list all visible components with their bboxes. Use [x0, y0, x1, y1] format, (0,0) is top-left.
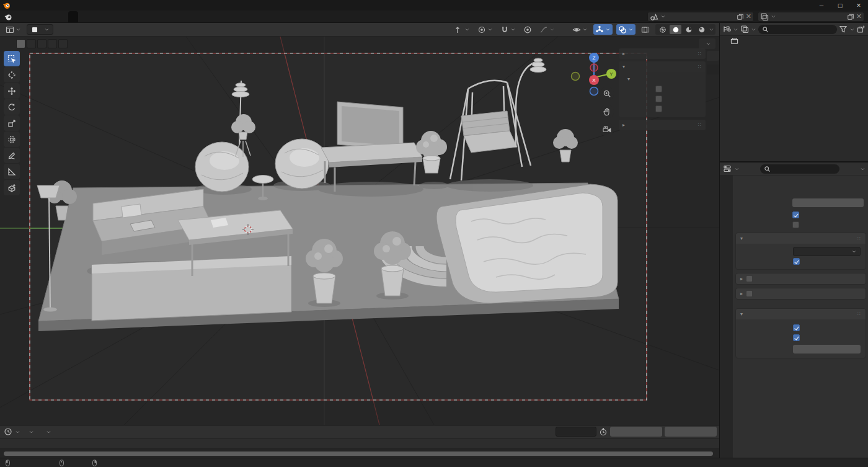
tab-tool[interactable] [707, 51, 719, 61]
falloff-button[interactable] [538, 24, 557, 35]
workspace-tab-rendering[interactable] [138, 11, 148, 22]
proportional-editing-button[interactable] [521, 24, 534, 35]
viewport-options-button[interactable] [699, 38, 715, 49]
workspace-tab-compositing[interactable] [148, 11, 157, 22]
rotate-tool[interactable] [4, 99, 20, 115]
mode-select[interactable] [27, 24, 53, 35]
select-mode-4[interactable] [58, 39, 68, 48]
shading-wireframe-button[interactable] [657, 25, 668, 34]
keying-menu[interactable] [40, 429, 55, 435]
workspace-tab-scripting[interactable] [167, 11, 177, 22]
panel-active-tool[interactable]: ▸∷ [619, 48, 706, 59]
note-checkbox[interactable] [746, 275, 753, 282]
compression-slider[interactable] [792, 198, 864, 207]
post-panel-header[interactable]: ▾∷ [736, 309, 866, 319]
shading-material-button[interactable] [683, 25, 694, 34]
cursor-tool[interactable] [4, 67, 20, 82]
workspace-tab-modeling[interactable] [78, 11, 88, 22]
compositing-checkbox[interactable] [793, 324, 800, 331]
close-button[interactable]: ✕ [849, 0, 868, 11]
meta-checkbox[interactable] [793, 258, 800, 265]
workspace-tab-layout[interactable] [68, 11, 78, 22]
timeline-track[interactable] [0, 448, 719, 458]
workspace-tab-shading[interactable] [118, 11, 128, 22]
snap-button[interactable] [498, 24, 518, 35]
dither-slider[interactable] [793, 345, 861, 354]
select-mode-3[interactable] [48, 39, 57, 48]
workspace-tab-texture-paint[interactable] [108, 11, 118, 22]
outliner-editor-icon[interactable] [722, 25, 731, 33]
burn-checkbox[interactable] [746, 290, 753, 297]
unlink-icon[interactable]: ✕ [746, 12, 751, 20]
xray-toggle-button[interactable] [639, 24, 652, 35]
add-workspace-button[interactable] [177, 11, 187, 22]
select-mode-2[interactable] [37, 39, 46, 48]
show-overlays-button[interactable] [616, 24, 636, 35]
annotate-tool[interactable] [4, 148, 20, 163]
subpanel-transform[interactable]: ▾ [619, 74, 706, 84]
select-mode-1[interactable] [27, 39, 36, 48]
affect-locations-checkbox[interactable] [655, 96, 662, 102]
properties-editor-icon[interactable] [723, 164, 732, 173]
end-frame-field[interactable] [665, 427, 717, 437]
timeline-editor-icon[interactable] [4, 427, 12, 436]
current-frame-field[interactable] [556, 427, 596, 437]
tab-view[interactable] [707, 64, 719, 74]
pan-hand-button[interactable] [600, 105, 614, 118]
shading-solid-button[interactable] [670, 25, 681, 34]
properties-search-input[interactable] [760, 164, 839, 174]
camera-view-button[interactable] [600, 123, 614, 136]
timeline-ruler[interactable] [0, 438, 719, 448]
maximize-button[interactable]: ▢ [831, 0, 849, 11]
overwrite-checkbox[interactable] [792, 211, 799, 218]
workspace-tab-sculpting[interactable] [88, 11, 98, 22]
transform-tool[interactable] [4, 131, 20, 147]
duplicate-icon[interactable] [847, 12, 854, 21]
outliner-row-коллекция-сцены[interactable] [720, 36, 868, 45]
note-panel-header[interactable]: ▸ [736, 274, 866, 284]
add-cube-tool[interactable] [4, 180, 20, 195]
viewport-toolbar [4, 51, 20, 195]
pivot-point-button[interactable] [476, 24, 495, 35]
scale-tool[interactable] [4, 115, 20, 131]
affect-origins-checkbox[interactable] [655, 86, 662, 92]
select-box-tool[interactable] [4, 51, 20, 66]
scene-selector[interactable]: ✕ [647, 12, 754, 22]
workspace-tab-geometry-nodes[interactable] [157, 11, 167, 22]
workspace-tab-uv-editing[interactable] [98, 11, 108, 22]
zoom-button[interactable] [600, 87, 614, 100]
duplicate-icon[interactable] [737, 12, 744, 21]
panel-workspace[interactable]: ▸∷ [619, 120, 706, 130]
measure-tool[interactable] [4, 164, 20, 179]
workspace-tab-animation[interactable] [128, 11, 138, 22]
start-frame-field[interactable] [610, 427, 662, 437]
visibility-button[interactable] [570, 24, 590, 35]
select-mode-0[interactable] [16, 39, 25, 48]
playback-menu[interactable] [23, 429, 38, 435]
display-mode-icon[interactable] [740, 25, 749, 33]
transform-orientation[interactable] [451, 24, 472, 35]
metadata-source-select[interactable] [793, 247, 861, 256]
remove-icon[interactable]: ✕ [856, 12, 862, 20]
minimize-button[interactable]: ─ [812, 0, 831, 11]
stopwatch-icon[interactable] [599, 427, 608, 436]
shading-rendered-button[interactable] [696, 25, 707, 34]
show-gizmo-button[interactable] [593, 24, 613, 35]
affect-parents-checkbox[interactable] [655, 105, 662, 112]
filter-icon[interactable] [839, 25, 848, 33]
move-tool[interactable] [4, 83, 20, 99]
viewport-3d[interactable]: ▸∷ ▾∷ ▾ ▸∷ Z Y X [0, 23, 719, 425]
placeholders-checkbox[interactable] [792, 221, 799, 228]
sidebar-n-panel: ▸∷ ▾∷ ▾ ▸∷ [619, 48, 706, 133]
blender-menu-icon[interactable] [4, 12, 12, 21]
editor-type-button[interactable] [4, 24, 23, 35]
sequencer-checkbox[interactable] [793, 334, 800, 341]
panel-options[interactable]: ▾∷ [619, 61, 706, 72]
outliner-search-input[interactable] [758, 25, 837, 34]
new-collection-icon[interactable] [857, 25, 866, 33]
metadata-panel-header[interactable]: ▾∷ [736, 233, 866, 244]
timeline-scrollbar[interactable] [4, 451, 713, 456]
burn-panel-header[interactable]: ▸ [736, 288, 866, 299]
view-layer-selector[interactable]: ✕ [758, 12, 864, 22]
properties-content: ▾∷ ▸ ▸ ▾∷ [733, 176, 868, 458]
